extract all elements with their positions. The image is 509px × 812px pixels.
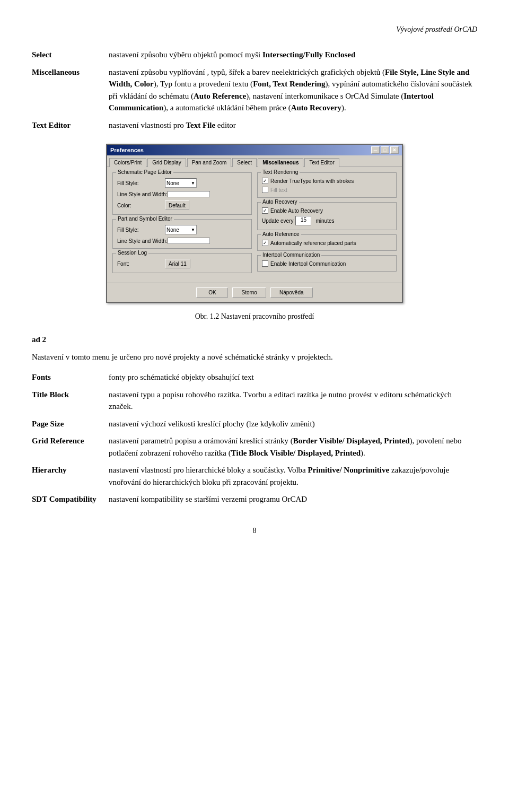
hierarchy-block: Hierarchy nastavení vlastností pro hiera… (32, 464, 477, 488)
dialog-titlebar: Preferences ─ □ ✕ (107, 145, 402, 155)
dialog-title: Preferences (110, 147, 144, 153)
fill-style-value: None (166, 180, 179, 186)
fill-style-label: Fill Style: (117, 180, 165, 186)
color-button[interactable]: Default (165, 200, 189, 210)
session-log-title: Session Log (116, 250, 148, 256)
tab-select[interactable]: Select (232, 158, 257, 167)
minimize-button[interactable]: ─ (371, 146, 380, 154)
dialog-container: Preferences ─ □ ✕ Colors/Print Grid Disp… (106, 144, 403, 303)
text-editor-text: nastavení vlastností pro Text File edito… (109, 119, 477, 132)
color-label: Color: (117, 203, 165, 208)
intertool-group: Intertool Communication Enable Intertool… (257, 255, 397, 272)
fill-text-row: Fill text (262, 187, 392, 193)
text-editor-label: Text Editor (32, 119, 109, 132)
fonts-text: fonty pro schématické objekty obsahující… (109, 371, 477, 383)
line-style-row: Line Style and Width: (117, 191, 247, 197)
ad2-label: ad 2 (32, 334, 109, 346)
auto-reference-checkbox[interactable] (262, 240, 268, 246)
fill-text-checkbox[interactable] (262, 187, 268, 193)
part-fill-style-arrow-icon: ▼ (191, 228, 195, 232)
ok-button[interactable]: OK (196, 287, 228, 298)
intertool-checkbox[interactable] (262, 260, 268, 267)
text-rendering-group: Text Rendering Render TrueType fonts wit… (257, 172, 397, 198)
help-button[interactable]: Nápověda (270, 287, 313, 298)
font-label: Font: (117, 261, 165, 267)
hierarchy-label: Hierarchy (32, 464, 109, 488)
fonts-block: Fonts fonty pro schématické objekty obsa… (32, 371, 477, 383)
page-number: 8 (32, 527, 477, 535)
part-line-style-field[interactable] (168, 238, 210, 244)
tab-text-editor[interactable]: Text Editor (304, 158, 339, 167)
tab-miscellaneous[interactable]: Miscellaneous (258, 158, 303, 167)
auto-reference-title: Auto Reference (261, 231, 301, 237)
font-button[interactable]: Arial 11 (165, 259, 190, 268)
tab-colors-print[interactable]: Colors/Print (109, 158, 146, 167)
tab-grid-display[interactable]: Grid Display (147, 158, 186, 167)
part-fill-style-value: None (166, 227, 179, 233)
color-row: Color: Default (117, 200, 247, 210)
fill-style-select[interactable]: None ▼ (165, 178, 197, 188)
update-every-row: Update every 15 minutes (262, 216, 392, 225)
page-size-label: Page Size (32, 418, 109, 430)
page-size-text: nastavení výchozí velikosti kreslící plo… (109, 418, 477, 430)
render-truetype-label: Render TrueType fonts with strokes (270, 178, 354, 184)
auto-reference-row: Automatically reference placed parts (262, 240, 392, 246)
font-row: Font: Arial 11 (117, 259, 247, 268)
update-every-input[interactable]: 15 (295, 216, 311, 225)
miscellaneous-block: Miscellaneous nastavení způsobu vyplňová… (32, 66, 477, 114)
cancel-button[interactable]: Storno (232, 287, 266, 298)
page-header: Vývojové prostředí OrCAD (32, 25, 477, 34)
session-log-group: Session Log Font: Arial 11 (112, 253, 252, 273)
dialog-left-panel: Schematic Page Editor Fill Style: None ▼… (112, 172, 252, 277)
figure-caption: Obr. 1.2 Nastavení pracovního prostředí (32, 312, 477, 321)
part-fill-style-select[interactable]: None ▼ (165, 225, 197, 234)
update-every-label: Update every (262, 218, 293, 224)
select-block: Select nastavení způsobu výběru objektů … (32, 49, 477, 61)
schematic-group-title: Schematic Page Editor (116, 169, 173, 175)
titlebar-buttons: ─ □ ✕ (371, 146, 399, 154)
title-block-block: Title Block nastavení typu a popisu roho… (32, 389, 477, 413)
render-truetype-checkbox[interactable] (262, 178, 268, 184)
dialog-right-panel: Text Rendering Render TrueType fonts wit… (257, 172, 397, 277)
maximize-button[interactable]: □ (381, 146, 389, 154)
preferences-dialog: Preferences ─ □ ✕ Colors/Print Grid Disp… (106, 144, 403, 303)
grid-reference-text: nastavení parametrů popisu a orámování k… (109, 435, 477, 459)
sdt-compatibility-block: SDT Compatibility nastavení kompatibilit… (32, 493, 477, 505)
close-button[interactable]: ✕ (390, 146, 399, 154)
intertool-title: Intertool Communication (261, 252, 321, 258)
ad2-block: ad 2 (32, 334, 477, 346)
fill-style-row: Fill Style: None ▼ (117, 178, 247, 188)
schematic-page-editor-group: Schematic Page Editor Fill Style: None ▼… (112, 172, 252, 215)
dialog-tabs: Colors/Print Grid Display Pan and Zoom S… (107, 155, 402, 167)
part-fill-style-label: Fill Style: (117, 227, 165, 233)
text-rendering-title: Text Rendering (261, 169, 300, 175)
auto-reference-group: Auto Reference Automatically reference p… (257, 234, 397, 251)
page-size-block: Page Size nastavení výchozí velikosti kr… (32, 418, 477, 430)
auto-recovery-title: Auto Recovery (261, 199, 299, 205)
intertool-row: Enable Intertool Communication (262, 260, 392, 267)
enable-auto-recovery-checkbox[interactable] (262, 207, 268, 214)
select-text: nastavení způsobu výběru objektů pomocí … (109, 49, 477, 61)
fill-style-arrow-icon: ▼ (191, 181, 195, 186)
auto-reference-label: Automatically reference placed parts (270, 240, 356, 246)
tab-pan-zoom[interactable]: Pan and Zoom (187, 158, 232, 167)
line-style-field[interactable] (168, 191, 210, 197)
part-symbol-editor-group: Part and Symbol Editor Fill Style: None … (112, 219, 252, 249)
part-fill-style-row: Fill Style: None ▼ (117, 225, 247, 234)
hierarchy-text: nastavení vlastností pro hierarchické bl… (109, 464, 477, 488)
render-truetype-row: Render TrueType fonts with strokes (262, 178, 392, 184)
dialog-body: Schematic Page Editor Fill Style: None ▼… (107, 167, 402, 283)
line-style-label: Line Style and Width: (117, 191, 168, 197)
title-block-label: Title Block (32, 389, 109, 413)
sdt-compatibility-label: SDT Compatibility (32, 493, 109, 505)
part-symbol-group-title: Part and Symbol Editor (116, 216, 174, 222)
intertool-label: Enable Intertool Communication (270, 261, 346, 267)
ad2-intro: Nastavení v tomto menu je určeno pro nov… (32, 351, 477, 363)
minutes-label: minutes (315, 218, 334, 224)
dialog-footer: OK Storno Nápověda (107, 283, 402, 302)
fonts-label: Fonts (32, 371, 109, 383)
part-line-style-row: Line Style and Width: (117, 238, 247, 244)
enable-auto-recovery-row: Enable Auto Recovery (262, 207, 392, 214)
fill-text-label: Fill text (270, 187, 287, 193)
part-line-style-label: Line Style and Width: (117, 238, 168, 244)
